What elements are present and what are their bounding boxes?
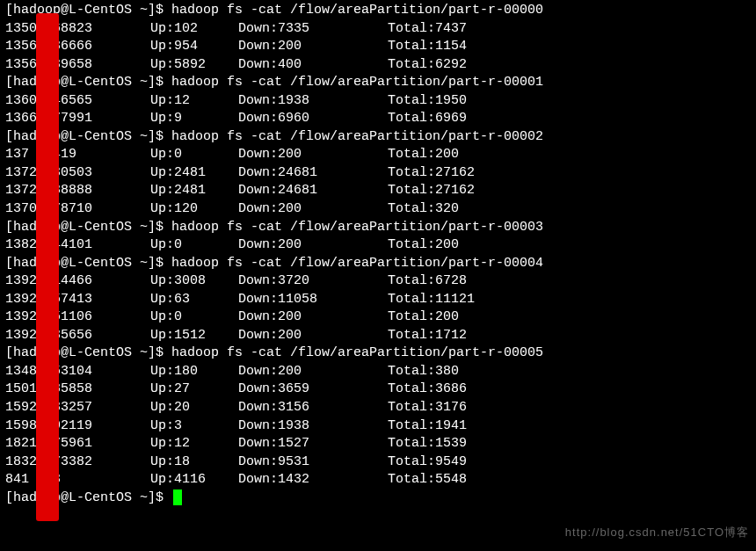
total-value: Total:1712: [388, 327, 751, 345]
total-value: Total:7437: [388, 20, 751, 39]
output-row: 1392 814466Up:3008Down:3720Total:6728: [5, 272, 751, 291]
down-value: Down:200: [238, 236, 388, 255]
prompt-line[interactable]: [hadoop@L-CentOS ~]$: [5, 489, 751, 508]
total-value: Total:1950: [388, 92, 751, 111]
down-value: Down:200: [238, 38, 388, 56]
total-value: Total:6728: [388, 272, 751, 291]
prompt-line[interactable]: [hadoop@L-CentOS ~]$ hadoop fs -cat /flo…: [5, 74, 751, 92]
down-value: Down:200: [238, 327, 388, 345]
phone-value: 1382 544101: [5, 236, 150, 255]
down-value: Down:24681: [238, 182, 388, 200]
cursor-icon: [173, 489, 182, 505]
total-value: Total:1539: [388, 435, 751, 453]
output-row: 841 413Up:4116Down:1432Total:5548: [5, 471, 751, 489]
up-value: Up:4116: [150, 471, 238, 489]
redaction-overlay: [36, 13, 59, 521]
up-value: Up:5892: [150, 56, 238, 75]
up-value: Up:954: [150, 38, 238, 56]
total-value: Total:11121: [388, 291, 751, 309]
phone-value: 1372 238888: [5, 182, 150, 200]
phone-value: 1392 057413: [5, 291, 150, 309]
up-value: Up:2481: [150, 182, 238, 200]
command-text: hadoop fs -cat /flow/areaPartition/part-…: [171, 2, 543, 20]
phone-value: 1366 577991: [5, 110, 150, 128]
down-value: Down:200: [238, 146, 388, 164]
output-row: 1372 230503Up:2481Down:24681Total:27162: [5, 164, 751, 183]
command-text: hadoop fs -cat /flow/areaPartition/part-…: [171, 344, 543, 363]
output-row: 1392 057413Up:63Down:11058Total:11121: [5, 291, 751, 309]
up-value: Up:27: [150, 381, 238, 399]
prompt-line[interactable]: [hadoop@L-CentOS ~]$ hadoop fs -cat /flo…: [5, 255, 751, 273]
up-value: Up:3: [150, 417, 238, 436]
total-value: Total:9549: [388, 453, 751, 472]
watermark-text: http://blog.csdn.net/51CTO博客: [565, 525, 749, 540]
total-value: Total:380: [388, 363, 751, 381]
down-value: Down:3156: [238, 399, 388, 417]
up-value: Up:0: [150, 236, 238, 255]
phone-value: 1356 436666: [5, 38, 150, 56]
shell-prompt: [hadoop@L-CentOS ~]$: [5, 344, 171, 363]
up-value: Up:0: [150, 146, 238, 164]
output-row: 1360 846565Up:12Down:1938Total:1950: [5, 92, 751, 111]
output-row: 1832 173382Up:18Down:9531Total:9549: [5, 453, 751, 472]
up-value: Up:2481: [150, 164, 238, 183]
total-value: Total:27162: [388, 164, 751, 183]
down-value: Down:3659: [238, 381, 388, 399]
down-value: Down:6960: [238, 110, 388, 128]
total-value: Total:1941: [388, 417, 751, 436]
phone-value: 1360 846565: [5, 92, 150, 111]
up-value: Up:0: [150, 308, 238, 327]
down-value: Down:1432: [238, 471, 388, 489]
phone-value: 1348 253104: [5, 363, 150, 381]
down-value: Down:200: [238, 200, 388, 219]
phone-value: 1821 575961: [5, 435, 150, 453]
shell-prompt: [hadoop@L-CentOS ~]$: [5, 219, 171, 237]
up-value: Up:12: [150, 92, 238, 111]
up-value: Up:102: [150, 20, 238, 39]
total-value: Total:3176: [388, 399, 751, 417]
prompt-line[interactable]: [hadoop@L-CentOS ~]$ hadoop fs -cat /flo…: [5, 128, 751, 147]
output-row: 1382 544101Up:0Down:200Total:200: [5, 236, 751, 255]
command-text: hadoop fs -cat /flow/areaPartition/part-…: [171, 74, 543, 92]
output-row: 1598 002119Up:3Down:1938Total:1941: [5, 417, 751, 436]
prompt-line[interactable]: [hadoop@L-CentOS ~]$ hadoop fs -cat /flo…: [5, 2, 751, 20]
prompt-line[interactable]: [hadoop@L-CentOS ~]$ hadoop fs -cat /flo…: [5, 344, 751, 363]
down-value: Down:24681: [238, 164, 388, 183]
phone-value: 1392 814466: [5, 272, 150, 291]
total-value: Total:200: [388, 146, 751, 164]
down-value: Down:1938: [238, 417, 388, 436]
up-value: Up:120: [150, 200, 238, 219]
phone-value: 1392 435656: [5, 327, 150, 345]
phone-value: 1356 439658: [5, 56, 150, 75]
down-value: Down:9531: [238, 453, 388, 472]
phone-value: 841 413: [5, 471, 150, 489]
total-value: Total:27162: [388, 182, 751, 200]
output-row: 137 99419Up:0Down:200Total:200: [5, 146, 751, 164]
phone-value: 137 99419: [5, 146, 150, 164]
output-row: 1372 238888Up:2481Down:24681Total:27162: [5, 182, 751, 200]
down-value: Down:1938: [238, 92, 388, 111]
up-value: Up:12: [150, 435, 238, 453]
output-row: 1370 778710Up:120Down:200Total:320: [5, 200, 751, 219]
output-row: 1392 435656Up:1512Down:200Total:1712: [5, 327, 751, 345]
up-value: Up:1512: [150, 327, 238, 345]
down-value: Down:3720: [238, 272, 388, 291]
total-value: Total:200: [388, 308, 751, 327]
output-row: 1356 436666Up:954Down:200Total:1154: [5, 38, 751, 56]
phone-value: 1392 251106: [5, 308, 150, 327]
output-row: 1350 468823Up:102Down:7335Total:7437: [5, 20, 751, 39]
total-value: Total:5548: [388, 471, 751, 489]
shell-prompt: [hadoop@L-CentOS ~]$: [5, 255, 171, 273]
prompt-line[interactable]: [hadoop@L-CentOS ~]$ hadoop fs -cat /flo…: [5, 219, 751, 237]
output-row: 1501 685858Up:27Down:3659Total:3686: [5, 381, 751, 399]
down-value: Down:1527: [238, 435, 388, 453]
output-row: 1356 439658Up:5892Down:400Total:6292: [5, 56, 751, 75]
output-row: 1592 133257Up:20Down:3156Total:3176: [5, 399, 751, 417]
shell-prompt: [hadoop@L-CentOS ~]$: [5, 128, 171, 147]
command-text: hadoop fs -cat /flow/areaPartition/part-…: [171, 219, 543, 237]
shell-prompt: [hadoop@L-CentOS ~]$: [5, 489, 171, 508]
up-value: Up:20: [150, 399, 238, 417]
output-row: 1821 575961Up:12Down:1527Total:1539: [5, 435, 751, 453]
terminal-output: [hadoop@L-CentOS ~]$ hadoop fs -cat /flo…: [5, 2, 751, 507]
down-value: Down:11058: [238, 291, 388, 309]
